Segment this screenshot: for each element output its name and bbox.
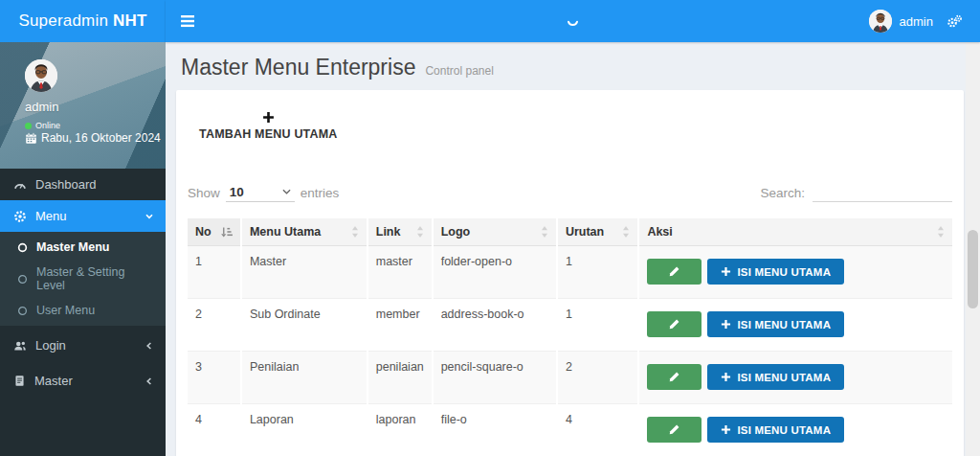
gear-icon bbox=[13, 210, 27, 223]
entries-label: entries bbox=[301, 186, 340, 200]
user-status: Online bbox=[25, 121, 166, 130]
sidebar-item-label: Login bbox=[35, 338, 136, 353]
edit-button[interactable] bbox=[647, 259, 702, 285]
scrollbar-thumb[interactable] bbox=[968, 230, 978, 308]
column-header-aksi[interactable]: Aksi bbox=[638, 218, 952, 246]
isi-menu-utama-label: ISI MENU UTAMA bbox=[737, 424, 831, 436]
main-area: admin Master Menu Enterprise Control pan… bbox=[166, 0, 980, 456]
page-scrollbar[interactable] bbox=[966, 42, 980, 456]
sidebar-item-dashboard[interactable]: Dashboard bbox=[0, 169, 166, 200]
page-subtitle: Control panel bbox=[425, 64, 493, 78]
chevron-down-icon bbox=[282, 189, 291, 194]
navbar-avatar bbox=[869, 10, 892, 33]
sidebar-item-label: Menu bbox=[35, 209, 136, 223]
column-header-no[interactable]: No bbox=[188, 218, 241, 246]
chevron-down-icon bbox=[145, 212, 154, 221]
column-header-logo[interactable]: Logo bbox=[433, 218, 557, 246]
page-length-control: Show 10 entries bbox=[188, 184, 339, 202]
table-cell: 1 bbox=[557, 246, 638, 299]
table-cell: Sub Ordinate bbox=[241, 299, 368, 352]
sort-icon bbox=[351, 226, 359, 238]
page-length-select[interactable]: 10 bbox=[226, 184, 295, 202]
column-label: Urutan bbox=[566, 225, 604, 239]
sidebar: Superadmin NHT admin Online bbox=[0, 0, 166, 456]
edit-button[interactable] bbox=[647, 417, 702, 443]
column-label: Logo bbox=[441, 225, 471, 239]
loading-spinner-icon bbox=[166, 14, 980, 29]
isi-menu-utama-button[interactable]: ISI MENU UTAMA bbox=[707, 417, 844, 443]
sidebar-subitem-label: User Menu bbox=[36, 304, 95, 317]
content-box: TAMBAH MENU UTAMA Show 10 entries bbox=[176, 90, 964, 456]
sidebar-user-panel: admin Online bbox=[0, 42, 166, 169]
sidebar-subitem-master-setting-level[interactable]: Master & Setting Level bbox=[0, 260, 166, 298]
user-menu-dropdown[interactable]: admin bbox=[869, 10, 933, 33]
column-header-urutan[interactable]: Urutan bbox=[557, 218, 638, 246]
sort-icon bbox=[622, 226, 630, 238]
sidebar-subitem-user-menu[interactable]: User Menu bbox=[0, 298, 166, 323]
isi-menu-utama-button[interactable]: ISI MENU UTAMA bbox=[707, 311, 844, 337]
table-header-row: No bbox=[188, 218, 952, 246]
user-avatar bbox=[25, 59, 57, 92]
isi-menu-utama-label: ISI MENU UTAMA bbox=[737, 372, 831, 383]
table-row: 3Penilaianpenilaianpencil-square-o2ISI M… bbox=[188, 352, 952, 404]
avatar-illustration bbox=[25, 59, 57, 92]
table-cell: 2 bbox=[557, 352, 638, 404]
users-icon bbox=[13, 339, 27, 353]
edit-button[interactable] bbox=[647, 311, 702, 337]
user-date: Rabu, 16 Oktober 2024 bbox=[25, 131, 166, 145]
search-control: Search: bbox=[760, 183, 952, 202]
content-header: Master Menu Enterprise Control panel bbox=[176, 42, 964, 90]
sidebar-item-menu[interactable]: Menu bbox=[0, 200, 166, 232]
search-input[interactable] bbox=[813, 183, 952, 202]
user-name: admin bbox=[25, 100, 166, 114]
pencil-icon bbox=[668, 318, 680, 331]
master-menu-table: No bbox=[188, 218, 952, 456]
brand-prefix: Superadmin bbox=[18, 11, 108, 31]
add-main-menu-label: TAMBAH MENU UTAMA bbox=[199, 127, 338, 141]
circle-o-icon bbox=[17, 274, 28, 285]
chevron-left-icon bbox=[145, 341, 154, 351]
navbar-right: admin bbox=[869, 10, 980, 33]
add-main-menu-button[interactable]: TAMBAH MENU UTAMA bbox=[199, 111, 338, 141]
settings-button[interactable] bbox=[941, 14, 969, 29]
table-cell: 4 bbox=[188, 404, 241, 456]
datatable-controls: Show 10 entries Search: bbox=[188, 183, 952, 202]
sidebar-item-login[interactable]: Login bbox=[0, 330, 166, 361]
sort-icon bbox=[937, 226, 945, 238]
circle-o-icon bbox=[17, 306, 28, 316]
column-label: Link bbox=[376, 225, 401, 239]
chevron-left-icon bbox=[145, 376, 154, 386]
table-cell-actions: ISI MENU UTAMA bbox=[638, 404, 952, 456]
sidebar-toggle-button[interactable] bbox=[166, 15, 211, 28]
table-cell: 3 bbox=[188, 352, 241, 404]
table-cell: member bbox=[368, 299, 433, 352]
user-date-label: Rabu, 16 Oktober 2024 bbox=[41, 131, 161, 145]
table-cell-actions: ISI MENU UTAMA bbox=[638, 299, 952, 352]
sidebar-item-label: Dashboard bbox=[35, 177, 154, 192]
table-row: 4Laporanlaporanfile-o4ISI MENU UTAMA bbox=[188, 404, 952, 456]
table-cell: Master bbox=[241, 246, 368, 299]
table-cell: laporan bbox=[368, 404, 433, 456]
plus-icon bbox=[721, 424, 731, 435]
plus-icon bbox=[262, 111, 275, 124]
sort-asc-icon bbox=[220, 227, 233, 238]
table-cell: 1 bbox=[557, 299, 638, 352]
sidebar-item-master[interactable]: Master bbox=[0, 365, 166, 397]
isi-menu-utama-label: ISI MENU UTAMA bbox=[737, 266, 831, 278]
table-cell: folder-open-o bbox=[433, 246, 557, 299]
cogs-icon bbox=[947, 14, 963, 29]
plus-icon bbox=[721, 319, 731, 330]
sort-icon bbox=[541, 226, 548, 238]
table-cell: pencil-square-o bbox=[433, 352, 557, 404]
sidebar-submenu: Master Menu Master & Setting Level User … bbox=[0, 232, 166, 326]
edit-button[interactable] bbox=[647, 364, 702, 390]
circle-o-icon bbox=[17, 242, 28, 253]
sidebar-subitem-master-menu[interactable]: Master Menu bbox=[0, 235, 166, 260]
brand-logo[interactable]: Superadmin NHT bbox=[0, 0, 166, 42]
isi-menu-utama-button[interactable]: ISI MENU UTAMA bbox=[707, 259, 844, 285]
table-row: 2Sub Ordinatememberaddress-book-o1ISI ME… bbox=[188, 299, 952, 352]
isi-menu-utama-button[interactable]: ISI MENU UTAMA bbox=[707, 364, 844, 390]
column-header-link[interactable]: Link bbox=[368, 218, 433, 246]
column-header-menu-utama[interactable]: Menu Utama bbox=[241, 218, 368, 246]
table-cell: 4 bbox=[557, 404, 638, 456]
